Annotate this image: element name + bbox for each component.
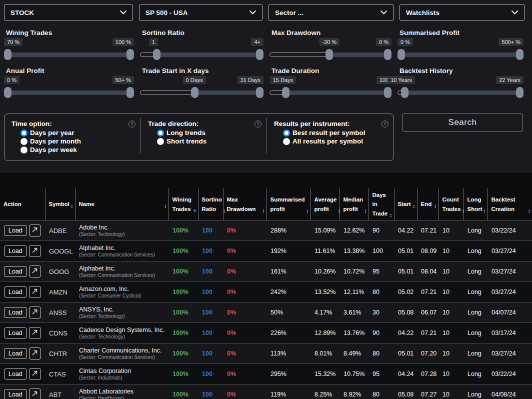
sort-icon[interactable]: ↕ [70, 203, 74, 209]
radio-days-per-year[interactable]: Days per year [20, 129, 136, 136]
slider-handle[interactable] [191, 87, 198, 98]
slider-handle[interactable] [282, 87, 290, 98]
slider-track-active[interactable] [398, 52, 524, 57]
load-button[interactable]: Load [4, 286, 27, 298]
radio-short-trends[interactable]: Short trends [157, 138, 262, 145]
slider-handle[interactable] [398, 49, 405, 60]
slider-handle[interactable] [516, 49, 524, 60]
column-header-median-profit[interactable]: Median profit ↕ [340, 188, 368, 220]
slider-handle[interactable] [126, 87, 134, 98]
search-button[interactable]: Search [402, 114, 523, 132]
column-header-sortino-ratio[interactable]: Sortino Ratio ↕ [198, 188, 223, 220]
sort-icon[interactable]: ↕ [412, 203, 416, 209]
sort-icon[interactable]: ↕ [262, 208, 265, 214]
slider-track[interactable] [140, 86, 264, 98]
slider-track-active[interactable] [330, 52, 392, 57]
radio-icon[interactable] [157, 138, 164, 145]
column-header-summarised-profit[interactable]: Summarised profit ↕ [266, 188, 310, 220]
load-button[interactable]: Load [4, 368, 27, 380]
slider-track[interactable] [270, 48, 392, 60]
load-button[interactable]: Load [4, 307, 27, 318]
slider-track[interactable] [270, 86, 392, 98]
sort-icon[interactable]: ↕ [484, 208, 486, 214]
slider-handle[interactable] [256, 87, 264, 98]
sort-icon[interactable]: ↕ [164, 203, 167, 209]
trend-arrow-icon-button[interactable] [29, 286, 41, 298]
slider-handle[interactable] [153, 49, 160, 60]
load-button[interactable]: Load [4, 328, 27, 338]
slider-handle[interactable] [4, 87, 12, 98]
load-button[interactable]: Load [4, 389, 27, 399]
trend-arrow-icon-button[interactable] [29, 348, 41, 360]
trend-arrow-icon-button[interactable] [29, 224, 41, 236]
radio-icon[interactable] [157, 130, 164, 136]
column-header-backtest-creation[interactable]: Backtest Creation ↕ [488, 188, 532, 220]
sort-icon[interactable]: ↕ [434, 203, 437, 209]
sort-icon[interactable]: ↕ [364, 208, 367, 214]
column-header-count-trades[interactable]: Count Trades ↕ [438, 188, 464, 220]
help-icon[interactable]: ? [382, 120, 388, 128]
slider-track-active[interactable] [402, 90, 524, 95]
radio-icon[interactable] [20, 138, 28, 145]
sort-icon[interactable]: ↕ [528, 208, 531, 214]
column-header-long-short[interactable]: Long Short ↕ [464, 188, 488, 220]
sort-icon[interactable]: ↕ [462, 208, 465, 214]
slider-track[interactable] [398, 86, 524, 98]
slider-track[interactable] [4, 48, 134, 60]
slider-track-active[interactable] [4, 52, 134, 57]
sort-icon[interactable]: ↕ [390, 212, 392, 218]
radio-long-trends[interactable]: Long trends [157, 129, 262, 136]
slider-track-active[interactable] [283, 90, 392, 95]
radio-icon[interactable] [20, 146, 28, 154]
slider-track[interactable] [140, 48, 264, 60]
dropdown-sector[interactable]: Sector ... [268, 4, 394, 21]
column-header-action[interactable]: Action [0, 188, 45, 220]
radio-all-results-per-symbol[interactable]: All results per symbol [283, 138, 388, 145]
slider-handle[interactable] [401, 87, 408, 98]
radio-best-result-per-symbol[interactable]: Best result per symbol [283, 129, 388, 136]
sort-icon[interactable]: ↕ [223, 208, 226, 214]
radio-icon[interactable] [283, 138, 290, 145]
slider-handle[interactable] [326, 49, 333, 60]
slider-handle[interactable] [384, 49, 392, 60]
column-header-average-profit[interactable]: Average profit ↕ [310, 188, 340, 220]
load-button[interactable]: Load [4, 225, 27, 236]
slider-track[interactable] [398, 48, 524, 60]
column-header-max-drawdown[interactable]: Max Drawdown ↕ [223, 188, 266, 220]
help-icon[interactable]: ? [128, 120, 136, 128]
load-button[interactable]: Load [4, 266, 27, 277]
slider-handle[interactable] [126, 49, 134, 60]
slider-track-active[interactable] [4, 90, 134, 95]
trend-arrow-icon-button[interactable] [29, 245, 41, 257]
sort-icon[interactable]: ↕ [338, 208, 340, 214]
slider-handle[interactable] [256, 49, 264, 60]
trend-arrow-icon-button[interactable] [29, 388, 41, 399]
slider-handle[interactable] [384, 87, 392, 98]
dropdown-asset-class[interactable]: STOCK [4, 4, 133, 21]
dropdown-watchlists[interactable]: Watchlists [400, 4, 524, 21]
trend-arrow-icon-button[interactable] [29, 368, 41, 380]
trend-arrow-icon-button[interactable] [29, 306, 41, 318]
column-header-wining-trades[interactable]: Wining Trades ▼ [168, 188, 198, 220]
column-header-start[interactable]: Start ↕ [394, 188, 417, 220]
column-header-symbol[interactable]: Symbol ↕ [45, 188, 75, 220]
load-button[interactable]: Load [4, 246, 27, 256]
slider-track-active[interactable] [194, 90, 264, 95]
slider-handle[interactable] [4, 49, 12, 60]
radio-days-per-month[interactable]: Days per month [20, 138, 136, 145]
slider-track-inactive[interactable] [140, 90, 198, 95]
column-header-days-in-trade[interactable]: Days in Trade ↕ [368, 188, 394, 220]
column-header-name[interactable]: Name ↕ [75, 188, 168, 220]
radio-icon[interactable] [283, 130, 290, 136]
dropdown-market-index[interactable]: SP 500 - USA [139, 4, 262, 21]
slider-handle[interactable] [516, 87, 524, 98]
sort-desc-icon[interactable]: ▼ [192, 208, 198, 214]
radio-icon[interactable] [20, 130, 28, 136]
sort-icon[interactable]: ↕ [306, 208, 309, 214]
load-button[interactable]: Load [4, 348, 27, 359]
slider-track-active[interactable] [154, 52, 264, 57]
slider-track[interactable] [4, 86, 134, 98]
trend-arrow-icon-button[interactable] [29, 327, 41, 339]
radio-days-per-week[interactable]: Days per week [20, 146, 136, 154]
column-header-end[interactable]: End ↕ [417, 188, 438, 220]
